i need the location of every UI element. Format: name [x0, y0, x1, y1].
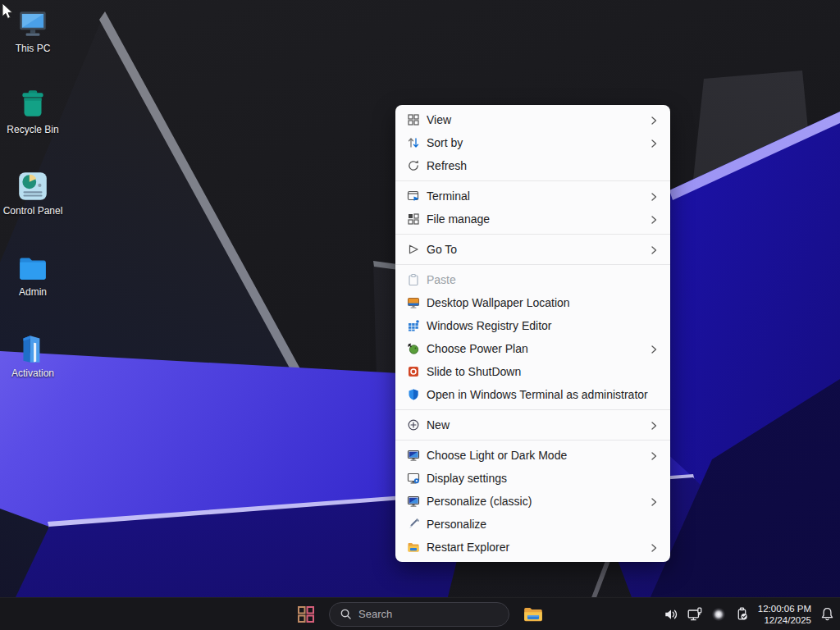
desktop-icon-label: Activation	[11, 368, 54, 379]
menu-separator	[395, 180, 670, 181]
go-to-arrow-icon	[407, 243, 420, 256]
trash-icon	[16, 88, 50, 122]
menu-item-display-settings[interactable]: Display settings	[395, 467, 670, 490]
menu-item-label: Refresh	[427, 159, 649, 172]
context-menu: View Sort by Refresh Terminal	[395, 105, 670, 562]
wallpaper-monitor-icon	[407, 296, 420, 309]
menu-separator	[395, 234, 670, 235]
menu-item-slide-to-shutdown[interactable]: Slide to ShutDown	[395, 360, 670, 383]
standing-folder-icon	[16, 331, 50, 366]
power-plan-icon	[407, 342, 420, 355]
paintbrush-icon	[407, 518, 420, 531]
taskbar-search[interactable]	[329, 602, 509, 627]
registry-grid-icon	[407, 319, 420, 332]
menu-separator	[395, 409, 670, 410]
menu-item-choose-power-plan[interactable]: Choose Power Plan	[395, 337, 670, 360]
file-explorer-button[interactable]	[521, 602, 546, 627]
shutdown-icon	[407, 365, 420, 378]
control-panel-icon	[16, 169, 50, 203]
chevron-right-icon	[649, 115, 659, 125]
chevron-right-icon	[649, 496, 659, 506]
clock-time: 12:00:06 PM	[758, 603, 811, 614]
menu-item-personalize-classic[interactable]: Personalize (classic)	[395, 490, 670, 513]
desktop-icon-activation[interactable]: Activation	[0, 331, 66, 406]
desktop-icon-label: Admin	[19, 287, 47, 298]
volume-icon[interactable]	[663, 606, 679, 623]
file-manage-icon	[407, 212, 420, 226]
menu-item-windows-registry-editor[interactable]: Windows Registry Editor	[395, 314, 670, 337]
display-settings-icon	[407, 472, 420, 485]
menu-item-open-terminal-admin[interactable]: Open in Windows Terminal as administrato…	[395, 383, 670, 406]
grid-view-icon	[407, 113, 420, 126]
network-icon[interactable]	[687, 606, 703, 623]
taskbar-center-group	[294, 602, 546, 627]
terminal-icon	[407, 189, 420, 203]
menu-item-label: View	[427, 113, 649, 126]
menu-item-desktop-wallpaper-location[interactable]: Desktop Wallpaper Location	[395, 291, 670, 314]
menu-item-label: Personalize (classic)	[427, 495, 649, 508]
clock-date: 12/24/2025	[758, 614, 811, 626]
chevron-right-icon	[649, 542, 659, 552]
menu-item-label: Slide to ShutDown	[427, 365, 649, 378]
security-check-icon[interactable]	[734, 606, 751, 623]
menu-item-personalize[interactable]: Personalize	[395, 513, 670, 536]
chevron-right-icon	[649, 191, 659, 201]
chevron-right-icon	[649, 214, 659, 224]
menu-item-label: Choose Light or Dark Mode	[427, 449, 649, 462]
menu-item-go-to[interactable]: Go To	[395, 238, 670, 261]
start-button[interactable]	[294, 603, 317, 626]
chevron-right-icon	[649, 138, 659, 148]
start-grid-icon	[296, 605, 316, 624]
taskbar: 12:00:06 PM 12/24/2025	[0, 597, 840, 630]
theme-monitor-icon	[407, 495, 420, 508]
menu-item-view[interactable]: View	[395, 108, 670, 131]
menu-item-label: Desktop Wallpaper Location	[427, 296, 649, 309]
menu-item-label: Terminal	[427, 189, 649, 203]
menu-item-label: Sort by	[427, 136, 649, 149]
taskbar-clock[interactable]: 12:00:06 PM 12/24/2025	[758, 603, 811, 626]
notification-bell-icon[interactable]	[819, 606, 835, 623]
system-tray: 12:00:06 PM 12/24/2025	[663, 598, 835, 630]
theme-monitor-icon	[407, 449, 420, 462]
menu-item-restart-explorer[interactable]: Restart Explorer	[395, 536, 670, 559]
menu-separator	[395, 440, 670, 441]
menu-item-label: Display settings	[427, 472, 649, 485]
menu-item-label: New	[427, 418, 649, 431]
sort-arrows-icon	[407, 136, 420, 149]
explorer-folder-icon	[523, 604, 544, 625]
menu-item-label: Personalize	[427, 518, 649, 531]
folder-icon	[16, 250, 50, 285]
chevron-right-icon	[649, 344, 659, 354]
light-glow-icon[interactable]	[710, 606, 727, 623]
menu-item-paste[interactable]: Paste	[395, 268, 670, 291]
search-input[interactable]	[358, 608, 482, 620]
menu-item-sort-by[interactable]: Sort by	[395, 131, 670, 154]
menu-item-label: Open in Windows Terminal as administrato…	[427, 388, 649, 401]
menu-item-terminal[interactable]: Terminal	[395, 185, 670, 208]
chevron-right-icon	[649, 420, 659, 430]
desktop-icon-label: This PC	[16, 43, 51, 54]
desktop: This PC Recycle Bin Control Panel	[0, 0, 840, 630]
menu-item-choose-light-or-dark-mode[interactable]: Choose Light or Dark Mode	[395, 444, 670, 467]
desktop-icon-admin[interactable]: Admin	[0, 250, 66, 325]
chevron-right-icon	[649, 450, 659, 460]
desktop-icon-recycle-bin[interactable]: Recycle Bin	[0, 88, 66, 162]
desktop-icon-label: Control Panel	[3, 206, 63, 217]
menu-item-new[interactable]: New	[395, 413, 670, 436]
desktop-icon-control-panel[interactable]: Control Panel	[0, 169, 66, 244]
menu-item-label: Choose Power Plan	[427, 342, 649, 355]
folder-icon	[407, 541, 420, 554]
menu-item-label: Paste	[427, 273, 649, 286]
menu-item-label: File manage	[427, 212, 649, 226]
paste-clipboard-icon	[407, 273, 420, 286]
menu-item-file-manage[interactable]: File manage	[395, 208, 670, 231]
menu-item-label: Restart Explorer	[427, 541, 649, 554]
menu-item-refresh[interactable]: Refresh	[395, 154, 670, 177]
menu-item-label: Windows Registry Editor	[427, 319, 649, 332]
menu-item-label: Go To	[427, 243, 649, 256]
search-icon	[340, 608, 352, 620]
desktop-icon-list: This PC Recycle Bin Control Panel	[0, 7, 66, 413]
monitor-icon	[16, 7, 50, 41]
mouse-cursor-icon	[2, 2, 14, 21]
menu-separator	[395, 264, 670, 265]
